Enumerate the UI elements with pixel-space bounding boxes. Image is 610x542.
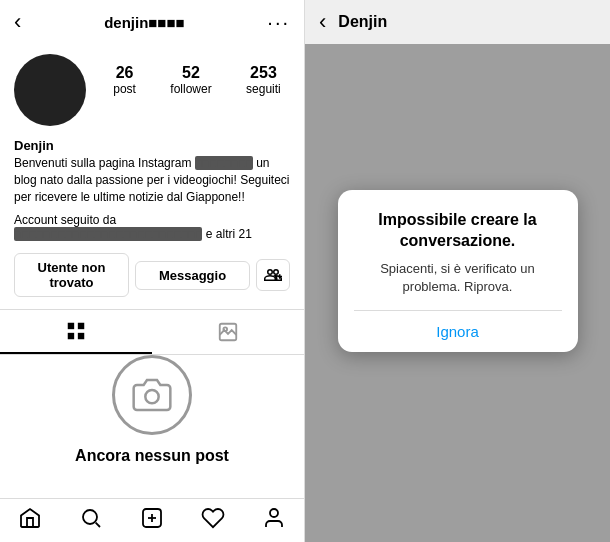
dialog-box: Impossibile creare la conversazione. Spi… <box>338 190 578 352</box>
home-nav-icon[interactable] <box>18 506 42 536</box>
seguiti-count: 253 <box>250 64 277 82</box>
follower-label: follower <box>170 82 211 96</box>
no-posts-label: Ancora nessun post <box>75 447 229 465</box>
post-label: post <box>113 82 136 96</box>
empty-posts: Ancora nessun post <box>0 355 304 498</box>
tab-row <box>0 309 304 355</box>
grid-icon <box>65 320 87 342</box>
back-icon[interactable]: ‹ <box>14 9 21 35</box>
seguiti-label: seguiti <box>246 82 281 96</box>
left-panel: ‹ denjin■■■■ ··· 26 post 52 follower 253… <box>0 0 305 542</box>
right-panel: ‹ Denjin Impossibile creare la conversaz… <box>305 0 610 542</box>
left-top-bar: ‹ denjin■■■■ ··· <box>0 0 304 44</box>
stat-follower: 52 follower <box>170 64 211 96</box>
svg-point-8 <box>145 390 158 403</box>
more-options-icon[interactable]: ··· <box>267 11 290 34</box>
display-name: Denjin <box>0 134 304 155</box>
dialog-title: Impossibile creare la conversazione. <box>354 210 562 252</box>
stats-row: 26 post 52 follower 253 seguiti <box>104 54 290 96</box>
svg-point-14 <box>270 509 278 517</box>
action-buttons: Utente non trovato Messaggio <box>0 245 304 305</box>
add-person-icon <box>264 266 282 284</box>
not-found-button[interactable]: Utente non trovato <box>14 253 129 297</box>
svg-line-10 <box>96 522 100 526</box>
tab-tag[interactable] <box>152 310 304 354</box>
profile-section: 26 post 52 follower 253 seguiti <box>0 44 304 134</box>
svg-point-9 <box>83 510 97 524</box>
add-nav-icon[interactable] <box>140 506 164 536</box>
avatar <box>14 54 86 126</box>
dialog-message: Spiacenti, si è verificato un problema. … <box>354 260 562 296</box>
heart-nav-icon[interactable] <box>201 506 225 536</box>
dialog-overlay: Impossibile creare la conversazione. Spi… <box>305 0 610 542</box>
post-count: 26 <box>116 64 134 82</box>
username-top: denjin■■■■ <box>104 14 184 31</box>
bio-highlight: ■■■■■■■■ <box>195 156 253 170</box>
camera-circle <box>112 355 192 435</box>
svg-rect-4 <box>68 333 74 339</box>
dialog-ignore-button[interactable]: Ignora <box>354 311 562 352</box>
add-person-button[interactable] <box>256 259 290 291</box>
profile-nav-icon[interactable] <box>262 506 286 536</box>
search-nav-icon[interactable] <box>79 506 103 536</box>
svg-rect-3 <box>78 323 84 329</box>
stat-seguiti: 253 seguiti <box>246 64 281 96</box>
message-button[interactable]: Messaggio <box>135 261 250 290</box>
stat-post: 26 post <box>113 64 136 96</box>
bio-text: Benvenuti sulla pagina Instagram ■■■■■■■… <box>0 155 304 205</box>
svg-rect-5 <box>78 333 84 339</box>
left-content: 26 post 52 follower 253 seguiti Denjin B… <box>0 44 304 498</box>
followed-by: Account seguito da ■■■■■■■■■■■■■■■■■■■■■… <box>0 209 304 245</box>
tab-grid[interactable] <box>0 310 152 354</box>
tag-icon <box>217 321 239 343</box>
followed-highlight: ■■■■■■■■■■■■■■■■■■■■■■■■■■ <box>14 227 202 241</box>
camera-icon <box>132 375 172 415</box>
svg-rect-2 <box>68 323 74 329</box>
bottom-nav <box>0 498 304 542</box>
follower-count: 52 <box>182 64 200 82</box>
